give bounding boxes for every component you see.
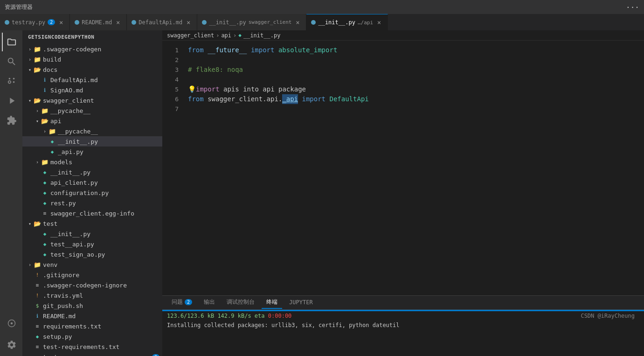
code-token-module: __future__ [208, 45, 247, 55]
terminal-credits: CSDN @iRayCheung [581, 313, 639, 319]
tab-label-init2: __init__.py [318, 19, 355, 26]
tree-item-models[interactable]: ›📁models [22, 157, 162, 167]
tab-close-defaultapi[interactable]: × [185, 19, 192, 26]
tree-item-label: swagger_client [43, 97, 162, 104]
tree-item-label: __init__.py [58, 138, 162, 145]
panel-content: 123.6/123.6 kB 142.9 kB/s eta 0:00:00 CS… [162, 310, 644, 356]
more-icon[interactable]: ··· [626, 3, 639, 12]
code-content[interactable]: from __future__ import absolute_import# … [183, 41, 644, 295]
panel-tab-debug[interactable]: 调试控制台 [222, 296, 259, 309]
tree-item-label: test__api.py [50, 241, 162, 248]
source-control-icon[interactable] [2, 72, 21, 91]
tree-item-label: README.md [43, 313, 162, 320]
tree-item-label: .travis.yml [43, 292, 162, 299]
line-number: 2 [162, 55, 179, 65]
file-type-icon: ◆ [41, 189, 48, 196]
code-line [188, 55, 644, 65]
title-bar: 资源管理器 ··· [0, 0, 644, 14]
settings-icon[interactable] [2, 335, 21, 354]
breadcrumb-api[interactable]: api [221, 32, 231, 39]
folder-arrow-icon: › [26, 261, 34, 268]
search-icon[interactable] [2, 52, 21, 71]
file-type-icon: ◆ [48, 148, 56, 155]
tree-item--api-py[interactable]: ◆_api.py [22, 147, 162, 157]
folder-icon: 📁 [41, 107, 48, 114]
main-area: GETSIGNCODEGENPYTHON ›📁.swagger-codegen›… [0, 30, 644, 356]
tree-item---init---py[interactable]: ◆__init__.py [22, 136, 162, 147]
tree-item-docs[interactable]: ▾📂docs [22, 64, 162, 75]
folder-icon: 📁 [41, 158, 48, 166]
code-token-comment: # flake8: noqa [188, 65, 243, 75]
tab-close-readme[interactable]: × [114, 19, 122, 26]
tab-defaultapi[interactable]: DefaultApi.md× [127, 14, 197, 30]
file-type-icon: ≡ [34, 322, 41, 330]
tree-item---pycache--[interactable]: ›📁__pycache__ [22, 126, 162, 136]
folder-icon: 📂 [34, 66, 41, 73]
file-type-icon: ◆ [41, 199, 48, 207]
tree-item-test-sign-ao-py[interactable]: ◆test_sign_ao.py [22, 249, 162, 259]
folder-arrow-icon: ▾ [34, 117, 41, 125]
tree-item-label: api [50, 118, 162, 125]
tab-close-testray[interactable]: × [57, 19, 65, 26]
tree-item--gitignore[interactable]: !.gitignore [22, 270, 162, 280]
tree-item-rest-py[interactable]: ◆rest.py [22, 198, 162, 208]
panel-tab-output[interactable]: 输出 [199, 296, 220, 309]
tree-item---pycache--[interactable]: ›📁__pycache__ [22, 105, 162, 116]
tree-item-api-client-py[interactable]: ◆api_client.py [22, 177, 162, 188]
tab-label-init1: __init__.py [209, 19, 246, 26]
code-token-plain [298, 94, 302, 104]
folder-arrow-icon: › [34, 107, 41, 114]
tree-item---init---py[interactable]: ◆__init__.py [22, 167, 162, 177]
tab-readme[interactable]: README.md× [70, 14, 127, 30]
tree-item-swagger-client[interactable]: ▾📂swagger_client [22, 95, 162, 105]
code-editor[interactable]: 1234567 from __future__ import absolute_… [162, 41, 644, 295]
folder-icon: 📁 [34, 261, 41, 268]
tree-item-git-push-sh[interactable]: $git_push.sh [22, 300, 162, 311]
tree-item-api[interactable]: ▾📂api [22, 116, 162, 126]
folder-arrow-icon: › [26, 45, 34, 53]
tree-item-requirements-txt[interactable]: ≡requirements.txt [22, 321, 162, 331]
remote-icon[interactable] [2, 314, 21, 333]
tree-item-label: setup.py [43, 333, 162, 340]
code-token-plain [325, 94, 329, 104]
tab-close-init1[interactable]: × [294, 19, 301, 26]
tree-item-label: .swagger-codegen-ignore [43, 282, 162, 289]
tree-item-test[interactable]: ▾📂test [22, 218, 162, 229]
files-icon[interactable] [2, 33, 21, 51]
folder-icon: 📁 [34, 45, 41, 53]
run-debug-icon[interactable] [2, 91, 21, 110]
panel-tab-problems[interactable]: 问题2 [167, 296, 197, 309]
tree-item---init---py[interactable]: ◆__init__.py [22, 229, 162, 239]
breadcrumb-swagger-client[interactable]: swagger_client [167, 32, 214, 39]
panel-tab-badge-problems: 2 [185, 299, 192, 305]
tree-item-test-requirements-txt[interactable]: ≡test-requirements.txt [22, 342, 162, 352]
tree-item-badge: 2 [152, 354, 159, 356]
line-number: 7 [162, 104, 179, 114]
tree-item-configuration-py[interactable]: ◆configuration.py [22, 188, 162, 198]
tree-item-SignAO-md[interactable]: ℹSignAO.md [22, 85, 162, 95]
tree-item--swagger-codegen[interactable]: ›📁.swagger-codegen [22, 44, 162, 54]
tab-testray[interactable]: testray.py2× [0, 14, 70, 30]
tree-item-venv[interactable]: ›📁venv [22, 259, 162, 270]
tree-item-DefaultApi-md[interactable]: ℹDefaultApi.md [22, 75, 162, 85]
line-number: 1 [162, 45, 179, 55]
tree-item-test--api-py[interactable]: ◆test__api.py [22, 239, 162, 249]
tab-close-init2[interactable]: × [375, 19, 383, 26]
tab-init2[interactable]: __init__.py…/api× [306, 14, 388, 30]
tree-item-build[interactable]: ›📁build [22, 54, 162, 64]
tree-item-README-md[interactable]: ℹREADME.md [22, 311, 162, 321]
tab-init1[interactable]: __init__.pyswagger_client× [197, 14, 306, 30]
terminal-progress-line: 123.6/123.6 kB 142.9 kB/s eta 0:00:00 CS… [162, 311, 644, 321]
tree-item-testray-py[interactable]: ◆testray.py2 [22, 352, 162, 356]
extensions-icon[interactable] [2, 111, 21, 130]
tree-item-setup-py[interactable]: ◆setup.py [22, 331, 162, 342]
panel-tab-terminal[interactable]: 终端 [262, 296, 282, 309]
code-token-kw-import: import [196, 84, 220, 94]
panel-tab-jupyter[interactable]: JUPYTER [284, 297, 318, 308]
tree-item--travis-yml[interactable]: !.travis.yml [22, 290, 162, 300]
tree-item-label: DefaultApi.md [50, 77, 162, 84]
tree-item-swagger-client-egg-info[interactable]: ≡swagger_client.egg-info [22, 208, 162, 218]
tree-item--swagger-codegen-ignore[interactable]: ≡.swagger-codegen-ignore [22, 280, 162, 290]
breadcrumb-file[interactable]: __init__.py [243, 32, 280, 39]
code-token-kw: import [247, 45, 274, 55]
